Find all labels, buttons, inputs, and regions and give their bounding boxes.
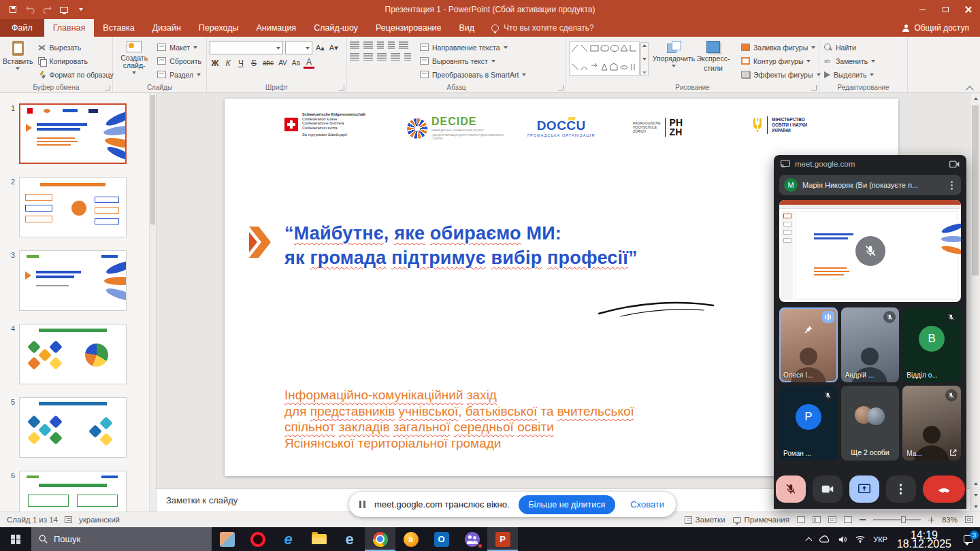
reset-button[interactable]: Сбросить: [155, 54, 203, 67]
meet-presenter-row[interactable]: М Марія Никоряк (Ви (показуєте п...: [779, 175, 961, 195]
vertical-scrollbar[interactable]: [970, 93, 980, 512]
slide-title[interactable]: “Майбутнє, яке обираємо МИ: як громада п…: [284, 221, 638, 270]
font-size-combo[interactable]: [285, 41, 312, 54]
taskbar-search-input[interactable]: Пошук: [31, 527, 212, 551]
participant-tile[interactable]: Андрій ...: [841, 307, 900, 382]
thumbnail-scrollbar[interactable]: [149, 93, 156, 512]
tab-home[interactable]: Главная: [44, 19, 95, 37]
volume-icon[interactable]: [834, 527, 851, 551]
minimize-button[interactable]: [911, 0, 934, 19]
meet-screenshare-preview[interactable]: [779, 200, 961, 302]
layout-button[interactable]: Макет: [155, 41, 203, 54]
numbering-button[interactable]: [363, 41, 373, 49]
camera-icon[interactable]: [949, 161, 960, 168]
start-button[interactable]: [0, 527, 31, 551]
change-case-button[interactable]: Аа: [291, 57, 301, 69]
close-button[interactable]: [957, 0, 980, 19]
news-widget-icon[interactable]: [212, 527, 242, 551]
bold-button[interactable]: Ж: [210, 57, 220, 69]
language-indicator[interactable]: украинский: [79, 516, 120, 524]
kebab-menu-icon[interactable]: [951, 184, 953, 186]
clear-formatting-button[interactable]: abc: [261, 57, 275, 69]
format-painter-button[interactable]: Формат по образцу: [36, 68, 116, 81]
avast-icon[interactable]: a: [395, 527, 426, 551]
popout-icon[interactable]: [949, 448, 958, 457]
zoom-slider-thumb[interactable]: [901, 516, 906, 523]
participant-tile[interactable]: B Відділ о...: [902, 307, 961, 382]
underline-button[interactable]: Ч: [235, 57, 246, 69]
start-slideshow-button[interactable]: [56, 2, 71, 17]
tab-slideshow[interactable]: Слайд-шоу: [305, 19, 367, 37]
end-call-button[interactable]: [923, 475, 965, 503]
tab-transitions[interactable]: Переходы: [190, 19, 248, 37]
align-left-button[interactable]: [350, 53, 359, 61]
align-center-button[interactable]: [363, 53, 373, 61]
notes-toggle[interactable]: Заметки: [685, 516, 725, 524]
font-name-combo[interactable]: [210, 41, 283, 54]
dialog-launcher-icon[interactable]: [811, 85, 817, 90]
scroll-down-button[interactable]: [970, 501, 980, 512]
strikethrough-button[interactable]: S: [248, 57, 259, 69]
arrange-button[interactable]: Упорядочить: [655, 38, 693, 72]
spellcheck-icon[interactable]: [65, 516, 72, 523]
zoom-out-button[interactable]: [860, 519, 866, 520]
cut-button[interactable]: Вырезать: [36, 41, 116, 54]
copy-button[interactable]: Копировать: [36, 54, 116, 67]
zoom-level[interactable]: 83%: [942, 516, 958, 524]
onedrive-icon[interactable]: [815, 527, 834, 551]
zoom-slider[interactable]: [873, 519, 921, 520]
normal-view-button[interactable]: [797, 516, 805, 523]
comments-toggle[interactable]: Примечания: [733, 516, 789, 524]
edge-icon[interactable]: e: [273, 527, 304, 551]
slide-thumbnail-1[interactable]: [19, 103, 127, 164]
select-button[interactable]: Выделить: [822, 68, 877, 81]
replace-button[interactable]: abЗаменить: [822, 54, 877, 67]
taskbar-clock[interactable]: 14:19 18.12.2025: [892, 531, 957, 548]
convert-smartart-button[interactable]: Преобразовать в SmartArt: [418, 68, 528, 81]
reading-view-button[interactable]: [828, 516, 836, 523]
participant-tile[interactable]: Олеся І...: [779, 307, 838, 382]
shapes-gallery[interactable]: [569, 41, 640, 76]
mic-toggle-button[interactable]: [776, 475, 806, 503]
slideshow-view-button[interactable]: [844, 516, 852, 523]
dialog-launcher-icon[interactable]: [339, 85, 344, 90]
tab-design[interactable]: Дизайн: [144, 19, 190, 37]
text-direction-button[interactable]: Направление текста: [418, 41, 528, 54]
paste-button[interactable]: Вставить: [3, 38, 33, 70]
redo-button[interactable]: [39, 2, 54, 17]
new-slide-button[interactable]: Создать слайд-: [116, 38, 152, 74]
save-button[interactable]: [5, 2, 20, 17]
shapes-scrollbar[interactable]: [640, 42, 649, 76]
slide-body-text[interactable]: Інформаційно-комунікаційний захід для пр…: [284, 387, 634, 451]
tab-view[interactable]: Вид: [450, 19, 483, 37]
more-options-button[interactable]: [886, 475, 916, 503]
participant-tile[interactable]: Ма...: [902, 386, 961, 461]
find-button[interactable]: Найти: [822, 41, 877, 54]
people-icon[interactable]: [457, 527, 487, 551]
quick-styles-button[interactable]: Экспресс- стили: [694, 38, 732, 72]
fit-to-window-button[interactable]: [965, 516, 973, 523]
participant-tile-more[interactable]: Ще 2 особи: [841, 386, 900, 461]
tell-me-search[interactable]: Что вы хотите сделать?: [483, 19, 602, 37]
next-slide-button[interactable]: [970, 490, 980, 500]
decrease-indent-button[interactable]: [377, 41, 384, 49]
character-spacing-button[interactable]: AV: [277, 57, 289, 69]
tab-review[interactable]: Рецензирование: [367, 19, 451, 37]
font-color-button[interactable]: А: [304, 57, 314, 69]
dialog-launcher-icon[interactable]: [105, 85, 110, 90]
scrollbar-thumb[interactable]: [972, 105, 979, 276]
dialog-launcher-icon[interactable]: [558, 85, 564, 90]
tray-expand-button[interactable]: [802, 527, 815, 551]
align-right-button[interactable]: [377, 53, 387, 61]
participant-tile[interactable]: P Роман ...: [779, 386, 838, 461]
italic-button[interactable]: К: [223, 57, 233, 69]
maximize-button[interactable]: [934, 0, 957, 19]
tab-animations[interactable]: Анимация: [247, 19, 305, 37]
slide-sorter-view-button[interactable]: [813, 516, 821, 523]
slide-thumbnail-6[interactable]: [19, 471, 127, 512]
justify-button[interactable]: [391, 53, 400, 61]
file-explorer-icon[interactable]: [304, 527, 334, 551]
slide-thumbnail-4[interactable]: [19, 324, 127, 384]
stop-sharing-button[interactable]: Більше не ділитися: [519, 495, 616, 514]
previous-slide-button[interactable]: [970, 478, 980, 488]
